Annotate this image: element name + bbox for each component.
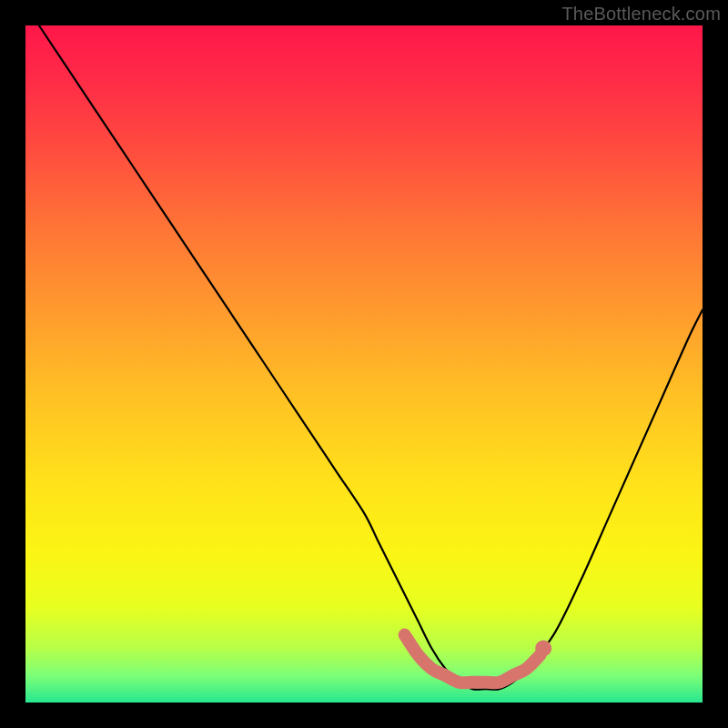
optimal-zone-end-dot (535, 640, 551, 656)
plot-svg (25, 25, 703, 703)
gradient-background (25, 25, 703, 703)
plot-area (25, 25, 703, 703)
chart-frame: TheBottleneck.com (0, 0, 728, 728)
watermark-text: TheBottleneck.com (561, 4, 721, 25)
